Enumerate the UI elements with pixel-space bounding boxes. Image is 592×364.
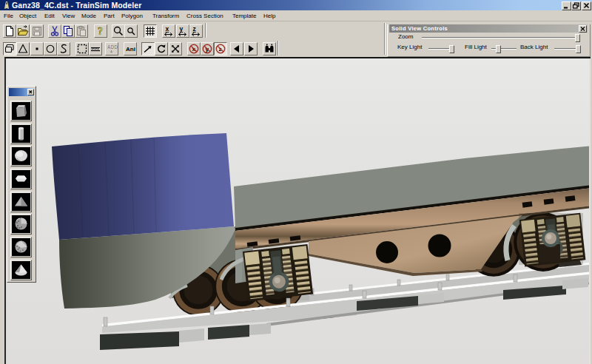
svg-text:y: y <box>180 25 184 33</box>
svg-text:x: x <box>166 25 169 33</box>
svg-text:ADD: ADD <box>107 44 118 50</box>
svg-text:?: ? <box>98 26 103 37</box>
svg-text:Ani: Ani <box>126 46 135 53</box>
svg-text:z: z <box>193 25 196 33</box>
